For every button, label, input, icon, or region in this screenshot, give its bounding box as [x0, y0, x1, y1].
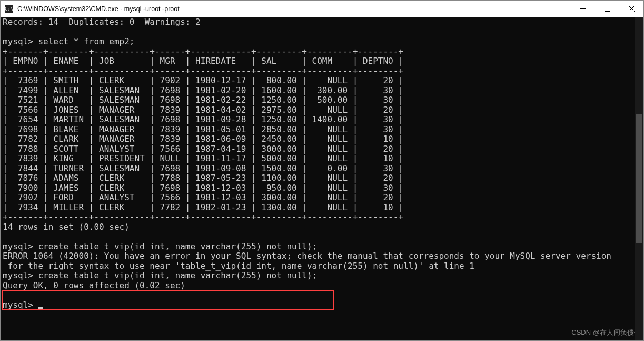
- maximize-button[interactable]: [595, 1, 619, 17]
- table-row: | 7499 | ALLEN | SALESMAN | 7698 | 1981-…: [3, 85, 403, 95]
- mysql-prompt: mysql>: [3, 300, 38, 310]
- table-row: | 7369 | SMITH | CLERK | 7902 | 1980-12-…: [3, 75, 403, 85]
- titlebar[interactable]: C:\ C:\WINDOWS\system32\CMD.exe - mysql …: [1, 1, 643, 17]
- cmd-window: C:\ C:\WINDOWS\system32\CMD.exe - mysql …: [0, 0, 644, 341]
- maximize-icon: [605, 6, 610, 12]
- svg-rect-0: [605, 6, 610, 12]
- sql-error-line1: ERROR 1064 (42000): You have an error in…: [3, 251, 611, 261]
- table-border: +-------+--------+-----------+------+---…: [3, 46, 403, 56]
- table-row: | 7566 | JONES | MANAGER | 7839 | 1981-0…: [3, 105, 403, 115]
- minimize-icon: [580, 6, 586, 12]
- sql-create-bad-prompt: mysql> create table_t_vip(id int, name v…: [3, 241, 317, 251]
- cursor: [38, 307, 43, 309]
- table-border: +-------+--------+-----------+------+---…: [3, 212, 403, 222]
- vertical-scrollbar[interactable]: [635, 17, 643, 340]
- minimize-button[interactable]: [571, 1, 595, 17]
- sql-create-good-prompt: mysql> create table t_vip(id int, name v…: [3, 270, 317, 280]
- table-row: | 7876 | ADAMS | CLERK | 7788 | 1987-05-…: [3, 173, 403, 183]
- cmd-icon: C:\: [5, 5, 13, 13]
- table-row: | 7654 | MARTIN | SALESMAN | 7698 | 1981…: [3, 114, 403, 124]
- table-row: | 7782 | CLARK | MANAGER | 7839 | 1981-0…: [3, 134, 403, 144]
- terminal-output[interactable]: Records: 14 Duplicates: 0 Warnings: 2 my…: [1, 17, 643, 340]
- table-row: | 7900 | JAMES | CLERK | 7698 | 1981-12-…: [3, 183, 403, 193]
- watermark: CSDN @在人间负债^: [571, 328, 637, 338]
- rows-in-set: 14 rows in set (0.00 sec): [3, 222, 130, 232]
- table-row: | 7521 | WARD | SALESMAN | 7698 | 1981-0…: [3, 95, 403, 105]
- table-border: +-------+--------+-----------+------+---…: [3, 66, 403, 76]
- table-header: | EMPNO | ENAME | JOB | MGR | HIREDATE |…: [3, 56, 403, 66]
- table-row: | 7902 | FORD | ANALYST | 7566 | 1981-12…: [3, 192, 403, 202]
- table-row: | 7788 | SCOTT | ANALYST | 7566 | 1987-0…: [3, 144, 403, 154]
- close-icon: [629, 6, 635, 12]
- sql-error-line2: for the right syntax to use near 'table_…: [3, 261, 474, 271]
- table-row: | 7839 | KING | PRESIDENT | NULL | 1981-…: [3, 153, 403, 163]
- close-button[interactable]: [619, 1, 643, 17]
- query-ok-line: Query OK, 0 rows affected (0.02 sec): [3, 280, 185, 290]
- highlight-annotation: [2, 290, 334, 310]
- sql-select-prompt: mysql> select * from emp2;: [3, 36, 134, 46]
- records-line: Records: 14 Duplicates: 0 Warnings: 2: [3, 17, 201, 27]
- table-row: | 7844 | TURNER | SALESMAN | 7698 | 1981…: [3, 163, 403, 173]
- table-row: | 7934 | MILLER | CLERK | 7782 | 1982-01…: [3, 202, 403, 212]
- window-title: C:\WINDOWS\system32\CMD.exe - mysql -uro…: [17, 5, 180, 13]
- scrollbar-thumb[interactable]: [636, 114, 642, 243]
- table-row: | 7698 | BLAKE | MANAGER | 7839 | 1981-0…: [3, 124, 403, 134]
